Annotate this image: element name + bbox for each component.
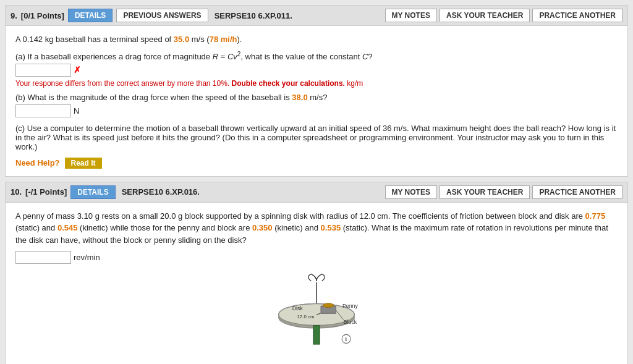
- speed2-highlight: 38.0: [292, 93, 307, 102]
- penny-label: Penny: [342, 303, 358, 309]
- disk-diagram: Disk Penny 12.0 cm Block Block ℹ: [15, 271, 618, 358]
- problem-10-desc: A penny of mass 3.10 g rests on a small …: [15, 210, 618, 247]
- problem-10-unit: rev/min: [74, 253, 100, 262]
- details-button-10[interactable]: DETAILS: [70, 185, 115, 199]
- part-b-input-row: N: [15, 104, 618, 117]
- problem-9-number: 9.: [11, 11, 17, 20]
- details-button-9[interactable]: DETAILS: [68, 9, 113, 22]
- need-help-9-text: Need Help?: [15, 158, 60, 167]
- practice-another-button-9[interactable]: PRACTICE ANOTHER: [532, 9, 622, 22]
- part-b-unit: N: [74, 106, 79, 116]
- part-a-input[interactable]: [15, 64, 71, 77]
- part-a-error-msg: Your response differs from the correct a…: [15, 79, 618, 88]
- read-it-button-9[interactable]: Read It: [65, 158, 102, 169]
- my-notes-button-10[interactable]: MY NOTES: [385, 185, 437, 199]
- part-a-error-icon: ✗: [74, 65, 81, 75]
- problem-10-input[interactable]: [15, 251, 71, 264]
- problem-10-input-row: rev/min: [15, 251, 618, 264]
- problem-9-header: 9. [0/1 Points] DETAILS PREVIOUS ANSWERS…: [6, 6, 627, 26]
- need-help-9: Need Help? Read It: [15, 158, 618, 169]
- coeff1: 0.775: [585, 211, 606, 221]
- ask-teacher-button-9[interactable]: ASK YOUR TEACHER: [440, 9, 530, 22]
- problem-9-desc: A 0.142 kg baseball has a terminal speed…: [15, 33, 618, 46]
- previous-answers-button-9[interactable]: PREVIOUS ANSWERS: [116, 9, 208, 22]
- part-a-label: (a) If a baseball experiences a drag for…: [15, 51, 618, 61]
- problem-9-code: SERPSE10 6.XP.011.: [215, 11, 292, 20]
- part-b-label: (b) What is the magnitude of the drag fo…: [15, 93, 618, 102]
- part-a-input-row: ✗: [15, 64, 618, 77]
- svg-rect-4: [313, 326, 320, 345]
- svg-text:ℹ: ℹ: [345, 336, 347, 342]
- part-c-label: (c) Use a computer to determine the moti…: [15, 124, 618, 151]
- problem-10-header: 10. [-/1 Points] DETAILS SERPSE10 6.XP.0…: [6, 182, 627, 203]
- disk-svg: Disk Penny 12.0 cm Block Block ℹ: [261, 271, 372, 358]
- svg-text:Block: Block: [344, 319, 357, 325]
- problem-10-number: 10.: [11, 187, 22, 197]
- problem-10-score: [-/1 Points]: [25, 187, 67, 197]
- part-b-input[interactable]: [15, 104, 71, 117]
- speed1-alt-highlight: 78 mi/h: [210, 35, 237, 44]
- radius-label: 12.0 cm: [297, 314, 315, 320]
- problem-10-code: SERPSE10 6.XP.016.: [122, 187, 200, 197]
- problem-10: 10. [-/1 Points] DETAILS SERPSE10 6.XP.0…: [5, 182, 628, 364]
- coeff3: 0.350: [252, 223, 273, 232]
- problem-10-content: A penny of mass 3.10 g rests on a small …: [6, 203, 627, 364]
- problem-9: 9. [0/1 Points] DETAILS PREVIOUS ANSWERS…: [5, 5, 628, 177]
- problem-9-score: [0/1 Points]: [21, 11, 64, 20]
- coeff4: 0.535: [321, 223, 341, 232]
- problem-9-content: A 0.142 kg baseball has a terminal speed…: [6, 26, 627, 176]
- coeff2: 0.545: [57, 223, 78, 232]
- practice-another-button-10[interactable]: PRACTICE ANOTHER: [532, 185, 622, 199]
- ask-teacher-button-10[interactable]: ASK YOUR TEACHER: [440, 185, 530, 199]
- disk-label: Disk: [292, 305, 304, 311]
- speed1-highlight: 35.0: [174, 35, 189, 44]
- my-notes-button-9[interactable]: MY NOTES: [385, 9, 437, 22]
- svg-point-6: [323, 303, 334, 308]
